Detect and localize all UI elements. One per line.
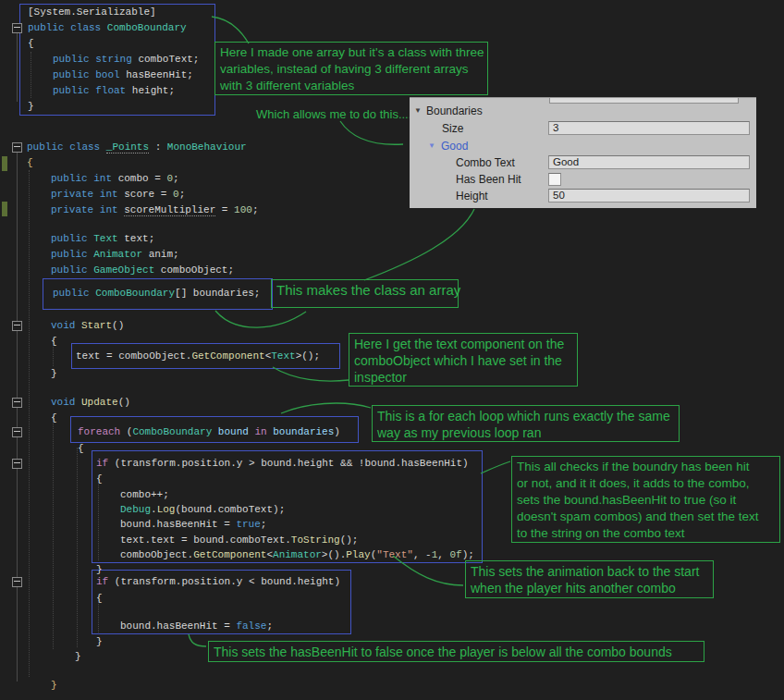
code-token: (transform.position.y < bound.height)	[108, 576, 340, 587]
code-token: boundaries	[267, 426, 335, 437]
indent-guide	[31, 52, 31, 98]
code-editor: [System.Serializable]public class ComboB…	[0, 0, 784, 700]
code-token: Play	[346, 549, 370, 560]
code-line: private int score = 0;	[51, 189, 185, 201]
fold-collapse-icon[interactable]	[12, 23, 22, 33]
code-token: public	[51, 249, 93, 260]
code-token: (bound.comboText);	[175, 504, 285, 515]
code-token: 100	[234, 204, 252, 215]
code-token: Start	[81, 320, 112, 331]
code-token: public	[53, 288, 95, 299]
fold-collapse-icon[interactable]	[12, 321, 22, 331]
code-line: bound.hasBeenHit = false;	[120, 620, 273, 632]
code-token: 1	[432, 549, 438, 560]
code-token: >().	[322, 549, 346, 560]
code-line: if (transform.position.y > bound.height …	[96, 458, 469, 470]
code-token: scoreMultiplier	[124, 204, 215, 216]
inspector-element-label[interactable]: Good	[441, 140, 468, 153]
code-token: GetComponent	[191, 350, 264, 362]
annotation-note-line: doesn't spam combos) and then set the te…	[517, 509, 775, 525]
annotation-note: This sets the animation back to the star…	[465, 560, 714, 598]
code-token: }	[75, 651, 81, 662]
code-line: {	[28, 38, 34, 50]
code-token: ;	[179, 189, 186, 200]
code-token: =	[215, 204, 234, 215]
code-token: Animator	[93, 249, 142, 260]
code-token: ,	[437, 549, 449, 560]
code-highlight-box	[92, 570, 351, 634]
code-token: Animator	[273, 549, 322, 560]
code-token: Debug	[120, 504, 151, 515]
code-line: public float height;	[53, 85, 175, 97]
code-token: 0	[166, 173, 173, 184]
foldout-arrow-icon[interactable]: ▼	[428, 141, 435, 151]
code-token: ComboBoundary	[132, 426, 212, 437]
foldout-arrow-icon[interactable]: ▼	[414, 106, 422, 116]
code-token: anim;	[142, 249, 179, 260]
code-token: comboObject.	[120, 549, 193, 560]
code-token: }	[51, 368, 57, 379]
annotation-note: This is a for each loop which runs exact…	[372, 405, 680, 442]
code-token: Text	[271, 350, 295, 362]
code-line: foreach (ComboBoundary bound in boundari…	[78, 426, 340, 438]
code-token: >();	[296, 350, 320, 362]
code-token: {	[78, 443, 84, 454]
code-token: text = comboObject.	[76, 350, 191, 362]
combo-text-field[interactable]: Good	[548, 155, 750, 169]
code-token: "Text"	[376, 549, 413, 560]
code-token: if	[96, 458, 108, 469]
code-token: {	[27, 157, 33, 168]
code-token: ComboBoundary	[95, 288, 175, 299]
code-highlight-box	[70, 416, 359, 443]
code-token: public int	[51, 173, 118, 184]
code-token: comboText;	[138, 54, 199, 65]
code-line: }	[96, 636, 103, 648]
has-been-hit-checkbox[interactable]	[548, 173, 561, 186]
code-line: bound.hasBeenHit = true;	[120, 519, 266, 531]
code-token: 0	[173, 189, 179, 200]
code-line: public ComboBoundary[] boundaries;	[53, 288, 260, 300]
code-token: (	[371, 549, 377, 560]
code-line: Debug.Log(bound.comboText);	[120, 504, 285, 516]
annotation-note-line: when the player hits another combo	[471, 580, 708, 596]
fold-collapse-icon[interactable]	[12, 427, 22, 437]
annotation-note-line: This is a for each loop which runs exact…	[377, 408, 674, 424]
code-token: true	[236, 519, 260, 530]
foldout-arrow-icon[interactable]: ▼	[428, 206, 435, 208]
code-token: {	[51, 336, 57, 347]
fold-collapse-icon[interactable]	[12, 577, 22, 587]
inspector-partial-field[interactable]	[549, 97, 739, 104]
code-line: }	[96, 564, 103, 576]
code-token: ()	[118, 397, 130, 408]
annotation-note-line: This sets the animation back to the star…	[471, 563, 708, 580]
fold-collapse-icon[interactable]	[12, 459, 22, 469]
fold-collapse-icon[interactable]	[12, 142, 22, 153]
code-token: <	[265, 350, 272, 362]
code-token: , -	[413, 549, 432, 560]
size-field[interactable]: 3	[548, 121, 750, 135]
code-token: in	[254, 426, 266, 437]
code-token: )	[334, 426, 340, 437]
inspector-has-been-hit-label: Has Been Hit	[456, 173, 521, 186]
code-token: text;	[118, 233, 155, 244]
code-token: text.text = bound.comboText.	[120, 534, 291, 546]
code-line: {	[51, 336, 57, 348]
code-token: combo =	[118, 173, 167, 184]
code-token: ;	[252, 204, 259, 215]
annotation-note: This makes the class an array	[271, 279, 459, 308]
height-field[interactable]: 50	[548, 189, 750, 203]
inspector-boundaries-label[interactable]: Boundaries	[426, 104, 483, 117]
code-token: ;	[266, 620, 273, 632]
code-line: combo++;	[120, 489, 169, 501]
code-token: <	[266, 549, 273, 560]
fold-collapse-icon[interactable]	[12, 398, 22, 408]
code-token: height;	[132, 85, 175, 96]
annotation-note-line: sets the bound.hasBeenHit to true (so it	[517, 492, 775, 509]
code-token: comboObject;	[154, 264, 234, 276]
code-line: private int scoreMultiplier = 100;	[51, 204, 258, 216]
annotation-note-line: Here I made one array but it's a class w…	[220, 44, 483, 61]
outline-guide-line	[17, 153, 18, 682]
code-token: if	[96, 576, 108, 587]
code-token: {	[96, 593, 103, 604]
indent-guide	[53, 416, 54, 649]
